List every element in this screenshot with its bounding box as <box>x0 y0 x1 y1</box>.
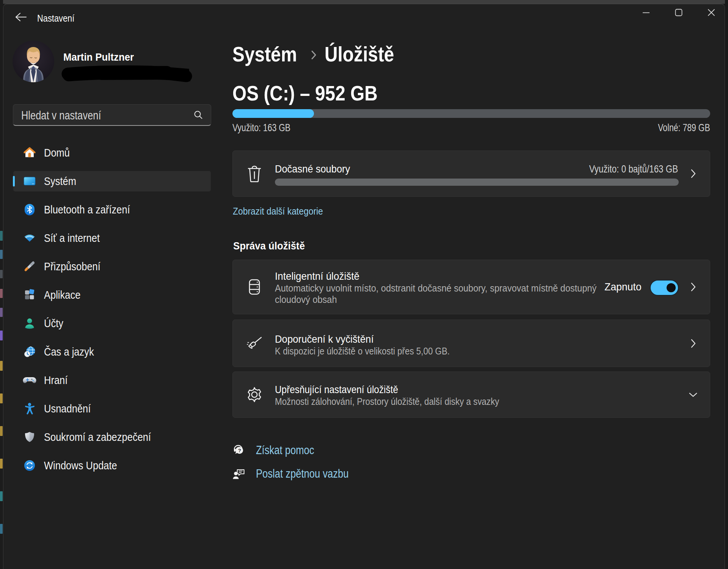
gear-icon <box>246 386 263 403</box>
toggle-knob <box>667 283 676 292</box>
wifi-icon <box>22 231 37 245</box>
titlebar: Nastavení <box>3 4 725 31</box>
desktop-icon-sliver <box>0 491 3 501</box>
drive-title: OS (C:) – 952 GB <box>232 81 378 106</box>
desktop-edge-right <box>725 0 728 569</box>
desktop-icon-sliver <box>0 331 3 340</box>
sidebar-item-home[interactable]: Domů <box>13 143 211 163</box>
person-icon <box>22 316 37 331</box>
drive-used-label: Využito: 163 GB <box>232 121 290 135</box>
settings-window: Nastavení <box>3 4 725 569</box>
apps-icon <box>22 288 37 302</box>
storage-sense-text: Inteligentní úložiště Automaticky uvolni… <box>275 269 639 305</box>
maximize-button[interactable] <box>666 4 691 21</box>
storage-sense-toggle[interactable] <box>650 280 679 296</box>
sidebar-item-label: Soukromí a zabezpečení <box>44 430 151 444</box>
cleanup-text: Doporučení k vyčištění K dispozici je úl… <box>275 330 478 357</box>
home-icon <box>22 146 37 160</box>
app-title: Nastavení <box>37 12 74 25</box>
temp-files-bar <box>275 179 679 186</box>
drive-usage-fill <box>232 109 314 118</box>
desktop-icon-sliver <box>0 308 3 317</box>
advanced-title: Upřesňující nastavení úložiště <box>275 384 398 396</box>
sidebar-item-network[interactable]: Síť a internet <box>13 228 211 248</box>
sidebar-item-time-language[interactable]: Čas a jazyk <box>13 342 211 362</box>
sidebar-item-privacy[interactable]: Soukromí a zabezpečení <box>13 427 211 447</box>
desktop-icon-sliver <box>0 524 3 534</box>
cleanup-description: K dispozici je úložiště o velikosti přes… <box>275 345 450 357</box>
back-arrow-icon <box>14 13 27 23</box>
sidebar-item-label: Systém <box>44 174 76 188</box>
search-placeholder: Hledat v nastavení <box>21 108 101 123</box>
sidebar-item-label: Hraní <box>44 373 67 387</box>
sidebar-item-windows-update[interactable]: Windows Update <box>13 455 211 476</box>
desktop-icon-sliver <box>0 459 3 469</box>
temp-files-title: Dočasné soubory <box>275 163 350 176</box>
show-more-categories-link[interactable]: Zobrazit další kategorie <box>233 205 323 218</box>
chevron-right-icon <box>689 169 698 178</box>
storage-sense-icon <box>246 278 263 296</box>
advanced-storage-card[interactable]: Upřesňující nastavení úložiště Možnosti … <box>232 371 710 418</box>
get-help-link[interactable]: ? Získat pomoc <box>232 443 326 458</box>
sidebar-item-system[interactable]: Systém <box>13 171 211 191</box>
desktop-edge-left <box>0 0 3 569</box>
send-feedback-link[interactable]: Poslat zpětnou vazbu <box>232 466 368 481</box>
help-icon: ? <box>232 443 245 458</box>
cleanup-title: Doporučení k vyčištění <box>275 333 374 345</box>
section-heading: Správa úložiště <box>233 239 305 253</box>
get-help-label: Získat pomoc <box>256 443 314 458</box>
svg-text:?: ? <box>238 448 241 453</box>
chevron-right-icon <box>689 282 698 292</box>
sidebar-item-accounts[interactable]: Účty <box>13 313 211 334</box>
sidebar-item-label: Bluetooth a zařízení <box>44 202 130 217</box>
breadcrumb-chevron-icon <box>310 49 317 62</box>
sidebar-item-label: Aplikace <box>44 288 80 302</box>
desktop-icon-sliver <box>0 270 3 278</box>
chevron-right-icon <box>689 339 698 348</box>
sidebar-item-label: Domů <box>44 146 70 160</box>
paintbrush-icon <box>22 259 37 274</box>
desktop-icon-sliver <box>0 361 3 371</box>
toggle-state-label: Zapnuto <box>604 281 642 293</box>
advanced-text: Upřesňující nastavení úložiště Možnosti … <box>275 382 536 407</box>
sidebar-nav: Domů Systém <box>13 143 211 484</box>
cleanup-recommendations-card[interactable]: Doporučení k vyčištění K dispozici je úl… <box>232 320 710 367</box>
sidebar-item-label: Přizpůsobení <box>44 259 100 274</box>
desktop-icon-sliver <box>0 231 3 241</box>
accessibility-icon <box>22 401 37 416</box>
temp-files-card[interactable]: Dočasné soubory Využito: 0 bajtů/163 GB <box>232 150 710 197</box>
desktop-edge-top <box>0 0 728 4</box>
gamepad-icon <box>22 373 37 387</box>
breadcrumb-system[interactable]: Systém <box>232 42 297 67</box>
drive-usage-bar <box>232 109 710 118</box>
shield-icon <box>22 430 37 444</box>
system-icon <box>22 174 37 188</box>
drive-usage-labels: Využito: 163 GB Volné: 789 GB <box>232 121 710 135</box>
send-feedback-label: Poslat zpětnou vazbu <box>256 466 349 481</box>
back-button[interactable] <box>12 10 29 25</box>
broom-icon <box>246 335 263 352</box>
screen: Nastavení <box>0 0 728 569</box>
storage-sense-description: Automaticky uvolnit místo, odstranit doč… <box>275 282 604 305</box>
chevron-down-icon <box>689 390 698 399</box>
desktop-icon-sliver <box>0 289 3 298</box>
avatar[interactable] <box>13 41 54 82</box>
minimize-button[interactable] <box>634 4 659 21</box>
sidebar-item-apps[interactable]: Aplikace <box>13 285 211 305</box>
settings-search-box[interactable]: Hledat v nastavení <box>13 104 211 126</box>
close-button[interactable] <box>699 4 724 21</box>
sidebar-item-personalization[interactable]: Přizpůsobení <box>13 256 211 277</box>
temp-files-value: Využito: 0 bajtů/163 GB <box>589 163 678 176</box>
desktop-icon-sliver <box>0 426 3 436</box>
desktop-icon-sliver <box>0 393 3 403</box>
sidebar-item-gaming[interactable]: Hraní <box>13 370 211 390</box>
sidebar-item-bluetooth[interactable]: Bluetooth a zařízení <box>13 199 211 220</box>
selected-indicator <box>13 176 15 187</box>
advanced-description: Možnosti zálohování, Prostory úložiště, … <box>275 396 499 407</box>
sidebar-item-label: Usnadnění <box>44 401 91 416</box>
redacted-email <box>56 61 201 87</box>
sidebar-item-label: Čas a jazyk <box>44 345 94 359</box>
storage-sense-card[interactable]: Inteligentní úložiště Automaticky uvolni… <box>232 260 710 314</box>
sidebar-item-accessibility[interactable]: Usnadnění <box>13 398 211 419</box>
update-icon <box>22 458 37 473</box>
